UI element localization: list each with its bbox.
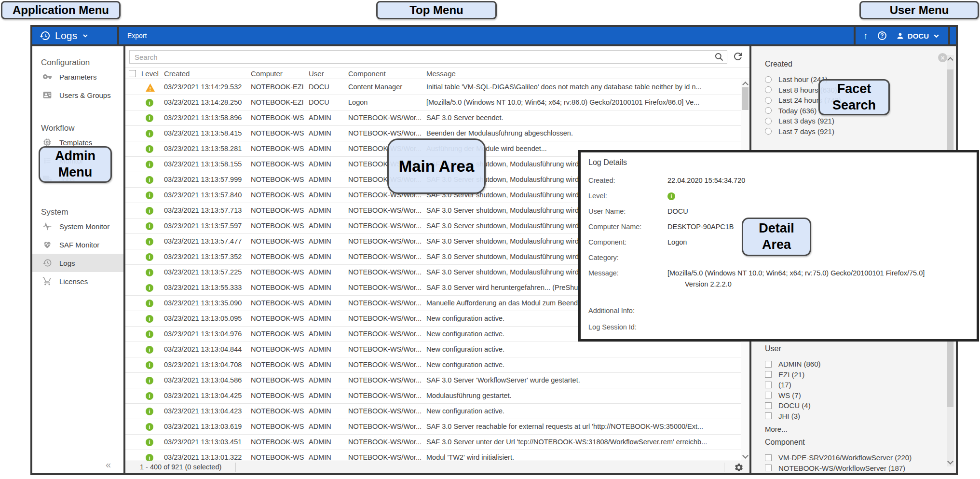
facet-option-jhi-3[interactable]: JHI (3) — [765, 411, 935, 422]
sidebar-item-users-groups[interactable]: Users & Groups — [32, 86, 123, 104]
checkbox[interactable] — [765, 454, 772, 461]
facet-option-last-7-days-921[interactable]: Last 7 days (921) — [765, 126, 935, 137]
checkbox[interactable] — [765, 361, 772, 368]
table-row[interactable]: i03/23/2021 13:13:04.844NOTEBOOK-WSADMIN… — [125, 342, 749, 357]
callout-user-menu: User Menu — [859, 1, 979, 19]
callout-admin-menu: Admin Menu — [39, 146, 112, 183]
table-row[interactable]: !03/23/2021 13:14:29.532NOTEBOOK-EZIDOCU… — [125, 80, 749, 95]
facet-option-last-3-days-921[interactable]: Last 3 days (921) — [765, 116, 935, 126]
application-menu-button[interactable]: Logs — [32, 27, 119, 44]
facet-option-vm-dpe-srv2016-workflowserver-220[interactable]: VM-DPE-SRV2016/WorkflowServer (220) — [765, 452, 935, 463]
table-row[interactable]: i03/23/2021 13:13:04.423NOTEBOOK-WSADMIN… — [125, 404, 749, 419]
cell-created: 03/23/2021 13:13:58.415 — [164, 126, 249, 141]
table-row[interactable]: i03/23/2021 13:14:28.250NOTEBOOK-EZIDOCU… — [125, 95, 749, 110]
facet-option-notebook-ws-workflowserver-187[interactable]: NOTEBOOK-WS/WorkflowServer (187) — [765, 463, 935, 474]
radio-button[interactable] — [765, 128, 772, 135]
cell-component: NOTEBOOK-WS/Wor... — [348, 110, 424, 125]
pulse-icon — [42, 221, 52, 231]
cell-component: NOTEBOOK-WS/Wor... — [348, 388, 424, 403]
table-settings-gear-icon[interactable] — [734, 463, 744, 472]
cell-message: Initial table 'VM-SQL-DIGAS\Galileo' doe… — [426, 80, 739, 95]
detail-value-line: Logon — [667, 237, 687, 248]
checkbox[interactable] — [765, 412, 772, 419]
scroll-up-icon[interactable] — [742, 82, 749, 88]
sidebar-item-logs[interactable]: Logs — [32, 254, 123, 272]
close-icon[interactable]: × — [938, 53, 947, 62]
select-all-checkbox[interactable] — [129, 70, 136, 77]
cell-computer: NOTEBOOK-WS — [251, 404, 307, 419]
chevron-down-icon — [932, 32, 940, 40]
sidebar-item-parameters[interactable]: Parameters — [32, 68, 123, 86]
radio-button[interactable] — [765, 118, 772, 124]
radio-button[interactable] — [765, 76, 772, 83]
cell-message: [Mozilla/5.0 (Windows NT 10.0; Win64; x6… — [426, 95, 739, 110]
scroll-down-icon[interactable] — [742, 452, 749, 459]
facet-option-docu-4[interactable]: DOCU (4) — [765, 400, 935, 411]
column-header-level[interactable]: Level — [141, 69, 163, 78]
cell-user: ADMIN — [309, 327, 346, 342]
up-arrow-icon[interactable]: ↑ — [863, 31, 868, 41]
cell-computer: NOTEBOOK-WS — [251, 157, 307, 172]
facet-group-component: Component VM-DPE-SRV2016/WorkflowServer … — [765, 438, 935, 473]
radio-button[interactable] — [765, 97, 772, 104]
column-header-component[interactable]: Component — [348, 69, 424, 78]
detail-field-message: Message:[Mozilla/5.0 (Windows NT 10.0; W… — [588, 266, 969, 304]
user-menu-button[interactable]: DOCU — [896, 32, 940, 40]
collapse-sidebar-icon[interactable]: « — [106, 459, 111, 470]
sidebar-sections: ConfigurationParametersUsers & GroupsWor… — [32, 58, 123, 310]
facet-option-17[interactable]: (17) — [765, 380, 935, 390]
column-header-message[interactable]: Message — [426, 69, 739, 78]
sidebar-section-title: Workflow — [32, 123, 123, 133]
checkbox[interactable] — [765, 402, 772, 409]
table-row[interactable]: i03/23/2021 13:13:01.322NOTEBOOK-WSADMIN… — [125, 450, 749, 461]
checkbox[interactable] — [765, 382, 772, 388]
facet-more-link[interactable]: More... — [765, 425, 935, 433]
table-row[interactable]: i03/23/2021 13:13:58.896NOTEBOOK-WSADMIN… — [125, 110, 749, 126]
section-gap — [32, 290, 123, 310]
table-row[interactable]: i03/23/2021 13:13:04.425NOTEBOOK-WSADMIN… — [125, 388, 749, 404]
cell-user: ADMIN — [309, 141, 346, 156]
detail-value: DESKTOP-90APC1B — [667, 220, 734, 233]
sidebar-item-licenses[interactable]: Licenses — [32, 272, 123, 290]
checkbox[interactable] — [765, 371, 772, 378]
scrollbar-thumb[interactable] — [742, 87, 749, 110]
column-header-user[interactable]: User — [309, 69, 346, 78]
history-icon — [39, 30, 51, 41]
section-gap — [32, 104, 123, 123]
scroll-down-icon[interactable] — [947, 458, 953, 465]
cell-component: NOTEBOOK-WS/Wor... — [348, 203, 424, 218]
checkbox[interactable] — [765, 465, 772, 471]
column-header-computer[interactable]: Computer — [251, 69, 307, 78]
help-icon[interactable]: ? — [878, 31, 886, 40]
scroll-up-icon[interactable] — [947, 57, 953, 63]
sidebar-item-system-monitor[interactable]: System Monitor — [32, 217, 123, 235]
cell-created: 03/23/2021 13:13:04.844 — [164, 342, 249, 357]
table-row[interactable]: i03/23/2021 13:13:03.619NOTEBOOK-WSADMIN… — [125, 419, 749, 435]
sidebar-item-saf-monitor[interactable]: SAF Monitor — [32, 235, 123, 254]
radio-button[interactable] — [765, 107, 772, 114]
cell-computer: NOTEBOOK-WS — [251, 388, 307, 403]
table-row[interactable]: i03/23/2021 13:13:03.451NOTEBOOK-WSADMIN… — [125, 435, 749, 450]
detail-field-log-session-id: Log Session Id: — [588, 320, 969, 337]
facet-option-ezi-21[interactable]: EZI (21) — [765, 370, 935, 380]
cell-user: ADMIN — [309, 280, 346, 295]
cell-created: 03/23/2021 13:13:04.708 — [164, 357, 249, 372]
key-icon — [42, 72, 52, 82]
column-header-created[interactable]: Created — [164, 69, 249, 78]
radio-button[interactable] — [765, 86, 772, 93]
cell-computer: NOTEBOOK-WS — [251, 249, 307, 264]
menu-item-export[interactable]: Export — [119, 27, 155, 44]
cell-component: Content Manager — [348, 80, 424, 95]
facet-option-admin-860[interactable]: ADMIN (860) — [765, 359, 935, 370]
search-input[interactable] — [129, 50, 727, 64]
cell-user: ADMIN — [309, 234, 346, 249]
facet-option-ws-7[interactable]: WS (7) — [765, 390, 935, 401]
callout-top-menu: Top Menu — [376, 1, 497, 19]
info-icon: i — [146, 330, 153, 338]
table-row[interactable]: i03/23/2021 13:13:04.586NOTEBOOK-WSADMIN… — [125, 373, 749, 388]
refresh-icon[interactable] — [732, 51, 744, 62]
sidebar-item-label: Users & Groups — [59, 91, 111, 99]
checkbox[interactable] — [765, 392, 772, 398]
table-row[interactable]: i03/23/2021 13:13:04.708NOTEBOOK-WSADMIN… — [125, 357, 749, 373]
top-menu-bar: Export — [119, 27, 155, 44]
